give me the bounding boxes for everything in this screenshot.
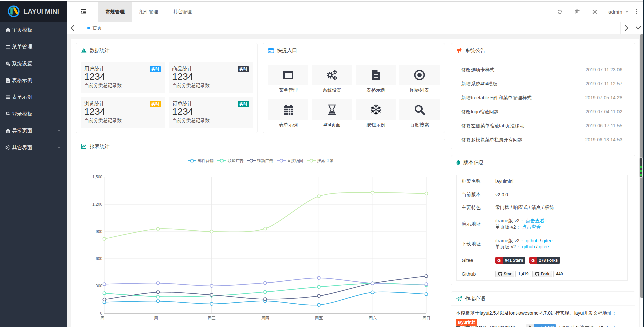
svg-text:周五: 周五	[315, 316, 323, 320]
svg-text:直接访问: 直接访问	[287, 158, 303, 163]
svg-text:1,200: 1,200	[92, 202, 102, 207]
svg-text:联盟广告: 联盟广告	[227, 158, 244, 163]
svg-text:300: 300	[96, 284, 102, 288]
svg-text:900: 900	[96, 229, 102, 234]
svg-text:视频广告: 视频广告	[257, 158, 273, 163]
svg-text:搜索引擎: 搜索引擎	[317, 158, 333, 163]
svg-text:0: 0	[100, 311, 102, 316]
svg-text:周日: 周日	[422, 316, 430, 320]
svg-text:周二: 周二	[154, 316, 162, 320]
svg-text:600: 600	[96, 256, 102, 261]
svg-text:周一: 周一	[100, 316, 108, 320]
svg-text:邮件营销: 邮件营销	[198, 158, 214, 163]
svg-text:周六: 周六	[368, 316, 377, 320]
svg-text:周四: 周四	[261, 316, 269, 320]
svg-text:周三: 周三	[208, 316, 216, 320]
svg-text:1,500: 1,500	[92, 175, 102, 179]
